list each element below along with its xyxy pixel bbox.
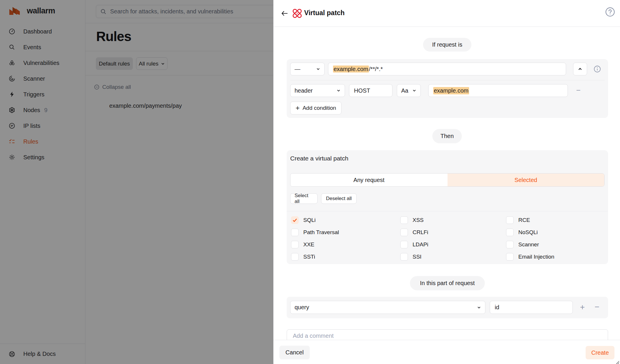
chevron-up-icon: [578, 67, 582, 71]
add-condition-button[interactable]: + Add condition: [290, 102, 341, 114]
attack-types-column-2: XSS CRLFi LDAPi SSI: [400, 216, 428, 261]
select-all-button[interactable]: Select all: [290, 193, 318, 204]
checkbox-crlfi[interactable]: [400, 229, 408, 236]
panel-header: Virtual patch: [274, 0, 620, 27]
uri-operator-select[interactable]: —: [290, 63, 325, 75]
resize-grip-icon: [615, 360, 619, 363]
back-button[interactable]: [279, 8, 290, 19]
attack-type-label: Path Traversal: [303, 229, 339, 236]
attack-type-label: LDAPi: [413, 241, 428, 248]
attack-type-label: XSS: [413, 217, 424, 223]
checkbox-xxe[interactable]: [291, 241, 299, 248]
attack-types-column-1: SQLi Path Traversal XXE SSTi: [291, 216, 339, 261]
add-condition-label: Add condition: [302, 105, 336, 111]
chevron-down-icon: [316, 67, 320, 71]
attack-type-label: Email Injection: [518, 254, 554, 260]
header-value-highlight: example.com: [433, 87, 469, 94]
request-part-row: query: [287, 297, 608, 318]
case-sensitivity-select[interactable]: Aa: [397, 84, 421, 97]
attack-type-row-xxe: XXE: [291, 241, 339, 248]
attack-type-label: NoSQLi: [518, 229, 538, 236]
remove-condition-icon[interactable]: −: [575, 87, 582, 94]
header-name-value[interactable]: [354, 87, 388, 94]
case-sensitivity-value: Aa: [401, 87, 408, 94]
parameter-name-input[interactable]: [490, 301, 573, 314]
attack-type-row-scanner: Scanner: [506, 241, 554, 248]
create-button[interactable]: Create: [586, 346, 614, 359]
create-virtual-patch-card: Create a virtual patch Any request Selec…: [287, 150, 608, 264]
request-point-select[interactable]: query: [290, 301, 485, 314]
condition-builder: — example.com/**/*.* header Aa: [287, 59, 608, 118]
attack-type-label: Scanner: [518, 241, 539, 248]
collapse-condition-button[interactable]: [573, 63, 587, 75]
attack-type-row-sqli: SQLi: [291, 216, 339, 224]
app-screen: wallarm Dashboard Events Vulnerabilities: [0, 0, 620, 364]
checkbox-sqli[interactable]: [291, 216, 299, 224]
attack-type-row-ldapi: LDAPi: [400, 241, 428, 248]
attack-type-row-ssti: SSTi: [291, 253, 339, 261]
attack-type-label: CRLFi: [413, 229, 428, 236]
checkbox-email-injection[interactable]: [506, 253, 514, 261]
panel-title: Virtual patch: [304, 9, 345, 17]
segment-any-request[interactable]: Any request: [290, 174, 448, 186]
virtual-patch-panel: Virtual patch If request is — example.co…: [273, 0, 620, 364]
request-scope-segmented-control: Any request Selected: [290, 173, 605, 187]
checkbox-xss[interactable]: [400, 216, 408, 224]
if-request-is-badge: If request is: [423, 38, 471, 52]
checkbox-nosqli[interactable]: [506, 229, 514, 236]
uri-pattern-input[interactable]: example.com/**/*.*: [328, 63, 566, 75]
checkbox-rce[interactable]: [506, 216, 514, 224]
header-name-input[interactable]: [349, 84, 392, 97]
check-icon: [292, 218, 297, 223]
condition-field-select[interactable]: header: [290, 84, 345, 97]
panel-footer: Cancel Create: [274, 340, 620, 364]
attack-type-row-ssi: SSI: [400, 253, 428, 261]
attack-type-row-nosqli: NoSQLi: [506, 229, 554, 236]
parameter-name-value[interactable]: [495, 304, 568, 311]
chevron-down-icon: [477, 305, 481, 310]
comment-input[interactable]: [293, 333, 602, 339]
attack-type-row-crlfi: CRLFi: [400, 229, 428, 236]
segment-selected[interactable]: Selected: [448, 174, 605, 186]
attack-type-row-email-injection: Email Injection: [506, 253, 554, 261]
attack-types-column-3: RCE NoSQLi Scanner Email Injection: [506, 216, 554, 261]
deselect-all-button[interactable]: Deselect all: [321, 193, 357, 204]
attack-type-label: SSI: [413, 254, 422, 260]
checkbox-scanner[interactable]: [506, 241, 514, 248]
modal-dim-overlay[interactable]: [0, 0, 273, 364]
attack-type-row-rce: RCE: [506, 216, 554, 224]
help-icon[interactable]: [605, 7, 615, 17]
divider: [290, 80, 605, 80]
uri-operator-value: —: [295, 66, 300, 73]
request-point-value: query: [295, 304, 309, 311]
checkbox-ssi[interactable]: [400, 253, 408, 261]
uri-path-text: /**/*.*: [369, 66, 383, 72]
plus-icon: +: [295, 105, 300, 111]
header-value-input[interactable]: example.com: [428, 84, 568, 97]
attack-type-label: SSTi: [303, 254, 315, 260]
checkbox-ssti[interactable]: [291, 253, 299, 261]
checkbox-path-traversal[interactable]: [291, 229, 299, 236]
add-part-icon[interactable]: +: [579, 304, 586, 311]
divider: [287, 211, 608, 211]
cancel-button[interactable]: Cancel: [279, 346, 310, 359]
checkbox-ldapi[interactable]: [400, 241, 408, 248]
condition-field-value: header: [295, 87, 313, 94]
remove-part-icon[interactable]: −: [593, 304, 600, 311]
arrow-left-icon: [281, 10, 288, 17]
attack-type-label: SQLi: [303, 217, 316, 223]
attack-type-label: RCE: [518, 217, 530, 223]
attack-type-row-xss: XSS: [400, 216, 428, 224]
attack-type-row-path-traversal: Path Traversal: [291, 229, 339, 236]
card-title: Create a virtual patch: [290, 155, 348, 162]
chevron-down-icon: [337, 89, 341, 93]
virtual-patch-icon: [292, 8, 303, 19]
then-badge: Then: [432, 129, 462, 143]
attack-type-label: XXE: [303, 241, 314, 248]
info-icon[interactable]: [593, 65, 601, 73]
in-this-part-badge: In this part of request: [410, 276, 485, 290]
uri-host-highlight: example.com: [333, 66, 369, 73]
chevron-down-icon: [412, 89, 416, 93]
